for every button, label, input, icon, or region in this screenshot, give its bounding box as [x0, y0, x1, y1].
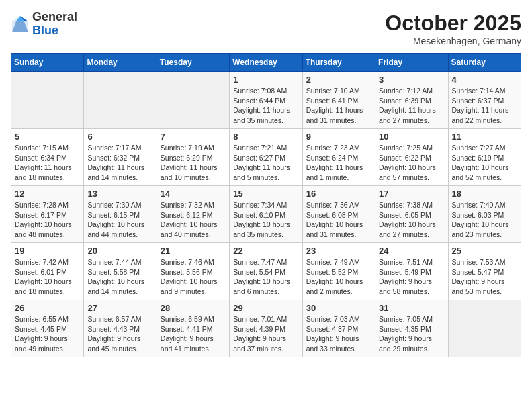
title-block: October 2025 Mesekenhagen, Germany: [385, 11, 521, 46]
calendar-week-row: 26Sunrise: 6:55 AM Sunset: 4:45 PM Dayli…: [11, 300, 521, 357]
page-header: General Blue October 2025 Mesekenhagen, …: [11, 11, 521, 46]
weekday-header-row: SundayMondayTuesdayWednesdayThursdayFrid…: [11, 54, 521, 72]
day-number: 26: [15, 303, 80, 313]
calendar-table: SundayMondayTuesdayWednesdayThursdayFrid…: [11, 53, 521, 357]
day-number: 28: [161, 303, 226, 313]
logo-general-text: General: [32, 10, 77, 24]
day-number: 10: [379, 132, 444, 142]
calendar-cell: 13Sunrise: 7:30 AM Sunset: 6:15 PM Dayli…: [84, 186, 157, 243]
calendar-cell: 22Sunrise: 7:47 AM Sunset: 5:54 PM Dayli…: [230, 243, 302, 300]
day-info: Sunrise: 7:27 AM Sunset: 6:19 PM Dayligh…: [452, 143, 517, 183]
day-info: Sunrise: 7:32 AM Sunset: 6:12 PM Dayligh…: [161, 200, 226, 240]
day-info: Sunrise: 7:17 AM Sunset: 6:32 PM Dayligh…: [87, 143, 152, 183]
calendar-cell: 3Sunrise: 7:12 AM Sunset: 6:39 PM Daylig…: [375, 72, 448, 129]
day-number: 9: [306, 132, 371, 142]
calendar-cell: 9Sunrise: 7:23 AM Sunset: 6:24 PM Daylig…: [302, 129, 375, 186]
day-info: Sunrise: 7:05 AM Sunset: 4:35 PM Dayligh…: [379, 314, 444, 354]
calendar-cell: 14Sunrise: 7:32 AM Sunset: 6:12 PM Dayli…: [157, 186, 229, 243]
calendar-cell: [448, 300, 521, 357]
day-info: Sunrise: 7:01 AM Sunset: 4:39 PM Dayligh…: [233, 314, 298, 354]
calendar-week-row: 5Sunrise: 7:15 AM Sunset: 6:34 PM Daylig…: [11, 129, 521, 186]
day-info: Sunrise: 7:08 AM Sunset: 6:44 PM Dayligh…: [233, 86, 298, 126]
day-number: 27: [87, 303, 152, 313]
day-number: 15: [233, 189, 298, 199]
day-number: 19: [15, 246, 80, 256]
day-info: Sunrise: 7:47 AM Sunset: 5:54 PM Dayligh…: [233, 257, 298, 297]
day-number: 11: [452, 132, 517, 142]
day-info: Sunrise: 7:28 AM Sunset: 6:17 PM Dayligh…: [15, 200, 80, 240]
day-number: 25: [452, 246, 517, 256]
calendar-cell: 10Sunrise: 7:25 AM Sunset: 6:22 PM Dayli…: [375, 129, 448, 186]
day-info: Sunrise: 7:40 AM Sunset: 6:03 PM Dayligh…: [452, 200, 517, 240]
calendar-cell: 30Sunrise: 7:03 AM Sunset: 4:37 PM Dayli…: [302, 300, 375, 357]
day-info: Sunrise: 7:21 AM Sunset: 6:27 PM Dayligh…: [233, 143, 298, 183]
calendar-cell: 20Sunrise: 7:44 AM Sunset: 5:58 PM Dayli…: [84, 243, 157, 300]
day-info: Sunrise: 7:51 AM Sunset: 5:49 PM Dayligh…: [379, 257, 444, 297]
day-info: Sunrise: 6:59 AM Sunset: 4:41 PM Dayligh…: [161, 314, 226, 354]
calendar-cell: 2Sunrise: 7:10 AM Sunset: 6:41 PM Daylig…: [302, 72, 375, 129]
day-number: 13: [87, 189, 152, 199]
day-info: Sunrise: 7:03 AM Sunset: 4:37 PM Dayligh…: [306, 314, 371, 354]
weekday-header: Tuesday: [157, 54, 229, 72]
day-info: Sunrise: 7:12 AM Sunset: 6:39 PM Dayligh…: [379, 86, 444, 126]
calendar-cell: 8Sunrise: 7:21 AM Sunset: 6:27 PM Daylig…: [230, 129, 302, 186]
logo-icon: [11, 15, 30, 34]
day-number: 3: [379, 75, 444, 85]
calendar-cell: 5Sunrise: 7:15 AM Sunset: 6:34 PM Daylig…: [11, 129, 84, 186]
weekday-header: Thursday: [302, 54, 375, 72]
day-info: Sunrise: 7:49 AM Sunset: 5:52 PM Dayligh…: [306, 257, 371, 297]
calendar-week-row: 19Sunrise: 7:42 AM Sunset: 6:01 PM Dayli…: [11, 243, 521, 300]
day-number: 2: [306, 75, 371, 85]
location-subtitle: Mesekenhagen, Germany: [385, 36, 521, 46]
day-info: Sunrise: 7:53 AM Sunset: 5:47 PM Dayligh…: [452, 257, 517, 297]
calendar-cell: [84, 72, 157, 129]
day-number: 4: [452, 75, 517, 85]
day-info: Sunrise: 7:42 AM Sunset: 6:01 PM Dayligh…: [15, 257, 80, 297]
day-number: 14: [161, 189, 226, 199]
calendar-cell: 1Sunrise: 7:08 AM Sunset: 6:44 PM Daylig…: [230, 72, 302, 129]
day-info: Sunrise: 7:38 AM Sunset: 6:05 PM Dayligh…: [379, 200, 444, 240]
day-info: Sunrise: 7:15 AM Sunset: 6:34 PM Dayligh…: [15, 143, 80, 183]
day-number: 18: [452, 189, 517, 199]
day-number: 6: [87, 132, 152, 142]
day-info: Sunrise: 7:44 AM Sunset: 5:58 PM Dayligh…: [87, 257, 152, 297]
weekday-header: Sunday: [11, 54, 84, 72]
day-number: 7: [161, 132, 226, 142]
weekday-header: Wednesday: [230, 54, 302, 72]
calendar-cell: 18Sunrise: 7:40 AM Sunset: 6:03 PM Dayli…: [448, 186, 521, 243]
day-number: 12: [15, 189, 80, 199]
day-info: Sunrise: 7:34 AM Sunset: 6:10 PM Dayligh…: [233, 200, 298, 240]
day-info: Sunrise: 7:46 AM Sunset: 5:56 PM Dayligh…: [161, 257, 226, 297]
day-info: Sunrise: 7:19 AM Sunset: 6:29 PM Dayligh…: [161, 143, 226, 183]
calendar-cell: 24Sunrise: 7:51 AM Sunset: 5:49 PM Dayli…: [375, 243, 448, 300]
day-number: 20: [87, 246, 152, 256]
day-info: Sunrise: 7:23 AM Sunset: 6:24 PM Dayligh…: [306, 143, 371, 183]
calendar-cell: 17Sunrise: 7:38 AM Sunset: 6:05 PM Dayli…: [375, 186, 448, 243]
calendar-cell: 29Sunrise: 7:01 AM Sunset: 4:39 PM Dayli…: [230, 300, 302, 357]
calendar-week-row: 1Sunrise: 7:08 AM Sunset: 6:44 PM Daylig…: [11, 72, 521, 129]
calendar-cell: 15Sunrise: 7:34 AM Sunset: 6:10 PM Dayli…: [230, 186, 302, 243]
calendar-cell: 31Sunrise: 7:05 AM Sunset: 4:35 PM Dayli…: [375, 300, 448, 357]
calendar-cell: 19Sunrise: 7:42 AM Sunset: 6:01 PM Dayli…: [11, 243, 84, 300]
calendar-cell: [11, 72, 84, 129]
month-title: October 2025: [385, 11, 521, 36]
day-number: 31: [379, 303, 444, 313]
day-number: 24: [379, 246, 444, 256]
day-number: 16: [306, 189, 371, 199]
calendar-cell: 26Sunrise: 6:55 AM Sunset: 4:45 PM Dayli…: [11, 300, 84, 357]
calendar-cell: 6Sunrise: 7:17 AM Sunset: 6:32 PM Daylig…: [84, 129, 157, 186]
weekday-header: Saturday: [448, 54, 521, 72]
day-number: 23: [306, 246, 371, 256]
calendar-cell: 21Sunrise: 7:46 AM Sunset: 5:56 PM Dayli…: [157, 243, 229, 300]
day-number: 21: [161, 246, 226, 256]
calendar-cell: 7Sunrise: 7:19 AM Sunset: 6:29 PM Daylig…: [157, 129, 229, 186]
day-info: Sunrise: 7:30 AM Sunset: 6:15 PM Dayligh…: [87, 200, 152, 240]
day-number: 1: [233, 75, 298, 85]
calendar-cell: 16Sunrise: 7:36 AM Sunset: 6:08 PM Dayli…: [302, 186, 375, 243]
day-number: 5: [15, 132, 80, 142]
weekday-header: Friday: [375, 54, 448, 72]
day-number: 30: [306, 303, 371, 313]
day-info: Sunrise: 6:57 AM Sunset: 4:43 PM Dayligh…: [87, 314, 152, 354]
calendar-cell: 28Sunrise: 6:59 AM Sunset: 4:41 PM Dayli…: [157, 300, 229, 357]
calendar-cell: 27Sunrise: 6:57 AM Sunset: 4:43 PM Dayli…: [84, 300, 157, 357]
